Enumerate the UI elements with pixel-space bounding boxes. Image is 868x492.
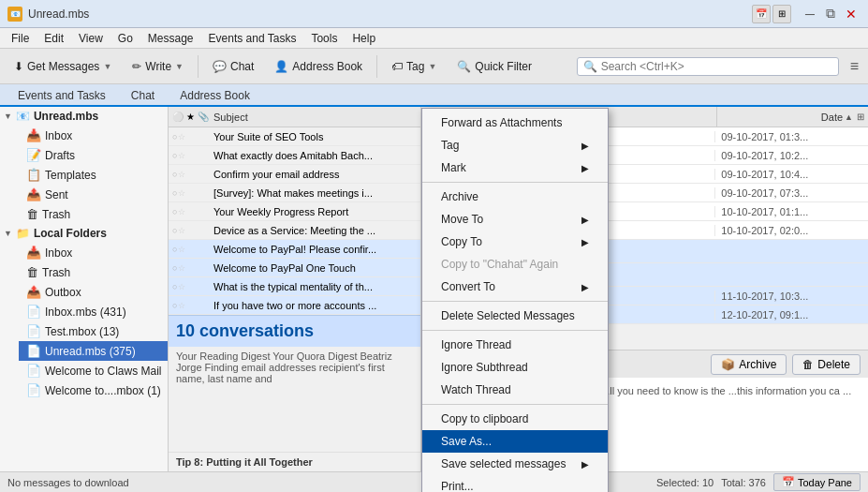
date-cell: 09-10-2017, 01:3...	[714, 131, 868, 142]
star-icon: ☆	[178, 132, 185, 142]
email-row[interactable]: ○ ☆ What exactly does Amitabh Bach...	[169, 146, 420, 165]
context-menu-item[interactable]: Ignore Subthread	[422, 356, 608, 379]
sidebar-trash-1[interactable]: 🗑 Trash	[0, 204, 168, 224]
sidebar-item-trash-2[interactable]: 🗑 Trash	[19, 262, 168, 282]
ctx-arrow: ▶	[581, 282, 589, 292]
sidebar-item-templates[interactable]: 📋 Templates	[19, 165, 168, 185]
app-icon: 📧	[7, 7, 22, 22]
context-menu-separator	[422, 330, 608, 331]
sidebar-account-unread[interactable]: ▼ 📧 Unread.mbs	[0, 107, 168, 126]
minimize-button[interactable]: ─	[801, 5, 819, 23]
context-menu-item[interactable]: Save selected messages▶	[422, 453, 608, 475]
get-messages-button[interactable]: ⬇ Get Messages ▼	[6, 55, 120, 78]
sidebar-item-outbox[interactable]: 📤 Outbox	[19, 282, 168, 302]
unread-mbs-icon: 📄	[26, 344, 41, 358]
sidebar-item-welcome-claws[interactable]: 📄 Welcome to Claws Mail	[19, 361, 168, 380]
close-button[interactable]: ✕	[842, 5, 861, 23]
write-dropdown-arrow: ▼	[175, 62, 184, 71]
search-box[interactable]: 🔍	[577, 57, 839, 76]
sent-icon-1: 📤	[26, 187, 41, 201]
menu-events-and-tasks[interactable]: Events and Tasks	[201, 30, 304, 47]
date-header[interactable]: Date ▲ ⊞	[716, 107, 868, 127]
status-icon: ○	[172, 301, 177, 310]
subject-col-header[interactable]: Subject	[212, 112, 417, 123]
menu-file[interactable]: File	[4, 30, 37, 47]
delete-button[interactable]: 🗑 Delete	[792, 354, 861, 375]
sidebar-item-drafts[interactable]: 📝 Drafts	[19, 145, 168, 165]
email-row[interactable]: ○ ☆ Device as a Service: Meeting the ...	[169, 221, 420, 240]
quick-filter-button[interactable]: 🔍 Quick Filter	[449, 55, 540, 78]
window-title: Unread.mbs	[28, 7, 89, 21]
sidebar-item-test-mbox[interactable]: 📄 Test.mbox (13)	[19, 321, 168, 341]
email-row[interactable]: ○ ☆ Your Weekly Progress Report	[169, 202, 420, 221]
menu-message[interactable]: Message	[140, 30, 201, 47]
status-icon: ○	[172, 207, 177, 216]
header-icons: ⚪ ★ 📎	[172, 112, 210, 122]
sidebar-item-welcome-mbox[interactable]: 📄 Welcome to....mbox (1)	[19, 380, 168, 400]
ctx-arrow: ▶	[581, 459, 589, 470]
sidebar-item-trash-1[interactable]: 🗑 Trash	[19, 204, 168, 224]
tab-events-and-tasks[interactable]: Events and Tasks	[6, 84, 118, 105]
email-row[interactable]: ○ ☆ Welcome to PayPal! Please confir...	[169, 240, 420, 259]
sidebar-templates[interactable]: 📋 Templates	[0, 165, 168, 185]
email-row[interactable]: ○ ☆ What is the typical mentality of th.…	[169, 277, 420, 296]
menu-go[interactable]: Go	[110, 30, 140, 47]
preview-text-area: Your Reading Digest Your Quora Digest Be…	[169, 347, 420, 452]
context-menu-item[interactable]: Print...	[422, 475, 608, 492]
context-menu-item[interactable]: Tag▶	[422, 134, 608, 157]
context-menu-item[interactable]: Archive	[422, 186, 608, 208]
triangle-icon: ▼	[4, 112, 12, 121]
star-icon: ☆	[178, 170, 185, 179]
email-row[interactable]: ○ ☆ If you have two or more accounts ...	[169, 296, 420, 315]
chat-button[interactable]: 💬 Chat	[204, 55, 262, 78]
toolbar: ⬇ Get Messages ▼ ✏ Write ▼ 💬 Chat 👤 Addr…	[0, 49, 868, 84]
status-icon: ○	[172, 282, 177, 291]
star-icon: ☆	[178, 301, 185, 310]
archive-button[interactable]: 📦 Archive	[711, 354, 787, 375]
restore-button[interactable]: ⧉	[821, 5, 840, 23]
search-input[interactable]	[601, 60, 832, 73]
calendar-icon[interactable]: 📅	[752, 5, 771, 23]
grid-icon[interactable]: ⊞	[772, 5, 791, 23]
context-menu-item[interactable]: Move To▶	[422, 208, 608, 231]
expand-icon: ⊞	[857, 112, 864, 122]
context-menu-item[interactable]: Save As...	[422, 430, 608, 453]
hamburger-menu[interactable]: ≡	[846, 54, 862, 79]
email-row[interactable]: ○ ☆ Confirm your email address	[169, 165, 420, 184]
tab-address-book[interactable]: Address Book	[168, 84, 262, 105]
sidebar-item-inbox-2[interactable]: 📥 Inbox	[19, 243, 168, 262]
email-row[interactable]: ○ ☆ Your Suite of SEO Tools	[169, 127, 420, 146]
write-button[interactable]: ✏ Write ▼	[124, 55, 192, 78]
context-menu-item[interactable]: Copy To▶	[422, 231, 608, 253]
sidebar-drafts-1[interactable]: 📝 Drafts	[0, 145, 168, 165]
context-menu-item[interactable]: Forward as Attachments	[422, 112, 608, 134]
sidebar-inbox-1[interactable]: 📥 Inbox	[0, 126, 168, 145]
menu-help[interactable]: Help	[345, 30, 383, 47]
menu-tools[interactable]: Tools	[303, 30, 345, 47]
today-pane-button[interactable]: 📅 Today Pane	[773, 473, 861, 491]
sidebar-item-inbox-mbs[interactable]: 📄 Inbox.mbs (431)	[19, 302, 168, 321]
sidebar-sent-1[interactable]: 📤 Sent	[0, 185, 168, 204]
sidebar-item-sent-1[interactable]: 📤 Sent	[19, 185, 168, 204]
sidebar-item-inbox-1[interactable]: 📥 Inbox	[19, 126, 168, 145]
sidebar-item-unread-mbs[interactable]: 📄 Unread.mbs (375)	[19, 341, 168, 361]
context-menu-item[interactable]: Copy to clipboard	[422, 408, 608, 430]
context-menu-item[interactable]: Convert To▶	[422, 276, 608, 298]
context-menu-item[interactable]: Mark▶	[422, 157, 608, 179]
email-row[interactable]: ○ ☆ [Survey]: What makes meetings i...	[169, 184, 420, 202]
email-subject: [Survey]: What makes meetings i...	[213, 187, 417, 199]
tag-button[interactable]: 🏷 Tag ▼	[383, 55, 445, 78]
chat-icon: 💬	[213, 60, 227, 73]
sidebar-local-folders[interactable]: ▼ 📁 Local Folders	[0, 224, 168, 243]
address-book-button[interactable]: 👤 Address Book	[266, 55, 371, 78]
context-menu-item[interactable]: Delete Selected Messages	[422, 305, 608, 327]
context-menu-item[interactable]: Watch Thread	[422, 379, 608, 401]
row-icons: ○ ☆	[172, 226, 213, 235]
ctx-arrow: ▶	[581, 163, 589, 173]
context-menu-separator	[422, 404, 608, 405]
email-row[interactable]: ○ ☆ Welcome to PayPal One Touch	[169, 259, 420, 277]
menu-view[interactable]: View	[71, 30, 110, 47]
menu-edit[interactable]: Edit	[37, 30, 71, 47]
context-menu-item[interactable]: Ignore Thread	[422, 334, 608, 356]
tab-chat[interactable]: Chat	[119, 84, 167, 105]
